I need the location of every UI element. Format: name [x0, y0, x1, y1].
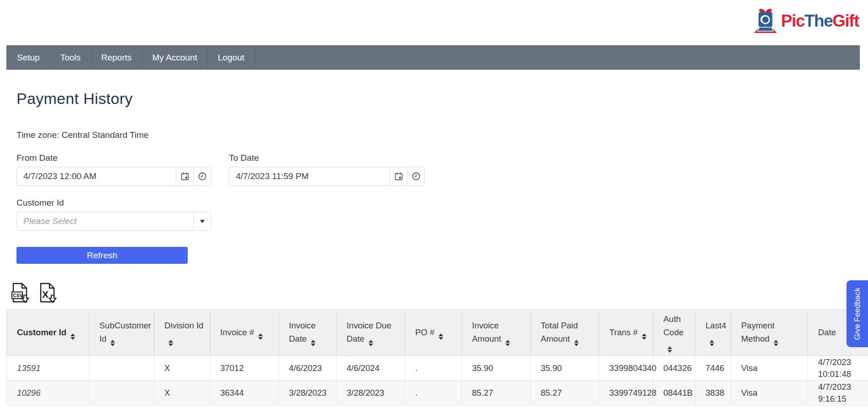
give-feedback-tab[interactable]: Give Feedback — [846, 280, 868, 347]
export-toolbar: CSV X — [9, 282, 58, 305]
table-row: 10296X363443/28/20233/28/2023.85.2785.27… — [7, 381, 868, 405]
column-header-total-paid-amount[interactable]: Total Paid Amount — [531, 310, 599, 356]
cell-division-id: X — [154, 381, 210, 405]
sort-arrows-icon — [71, 333, 75, 340]
brand-name: PicTheGift — [781, 12, 859, 29]
sort-arrows-icon — [439, 333, 443, 340]
cell-po: . — [405, 356, 462, 381]
nav-item-setup[interactable]: Setup — [7, 46, 50, 69]
cell-date: 4/7/2023 10:01:48 — [808, 356, 868, 381]
to-date-label: To Date — [229, 153, 425, 163]
to-date-field: To Date — [229, 153, 425, 186]
main-navbar: Setup Tools Reports My Account Logout — [6, 45, 860, 70]
export-excel-button[interactable]: X — [37, 282, 58, 305]
column-label: Last4 — [705, 321, 726, 330]
customer-id-dropdown-button[interactable] — [193, 212, 211, 230]
from-date-clock-button[interactable] — [193, 167, 211, 185]
sort-arrows-icon — [369, 340, 373, 346]
column-label: PO # — [415, 327, 434, 337]
sort-arrows-icon — [505, 340, 510, 346]
cell-auth-code: 044326 — [653, 356, 695, 381]
column-header-payment-method[interactable]: Payment Method — [731, 310, 808, 356]
column-label: Payment Method — [741, 321, 775, 344]
column-header-division-id[interactable]: Division Id — [154, 310, 210, 356]
column-header-invoice-amount[interactable]: Invoice Amount — [462, 310, 531, 356]
cell-date: 4/7/2023 9:16:15 — [808, 381, 868, 405]
sort-arrows-icon — [642, 333, 646, 340]
column-label: Invoice Amount — [472, 321, 501, 344]
column-header-auth-code[interactable]: Auth Code — [653, 310, 695, 356]
column-header-trans[interactable]: Trans # — [599, 310, 653, 356]
column-header-invoice[interactable]: Invoice # — [210, 310, 279, 356]
column-header-invoice-date[interactable]: Invoice Date — [279, 310, 336, 356]
sort-arrows-icon — [311, 340, 315, 346]
column-label: SubCustomer Id — [99, 321, 151, 344]
column-header-last4[interactable]: Last4 — [695, 310, 731, 356]
cell-division-id: X — [154, 356, 210, 381]
customer-id-input[interactable] — [17, 212, 193, 230]
sort-arrows-icon — [774, 340, 778, 346]
clock-icon — [412, 172, 421, 181]
csv-file-download-icon: CSV — [9, 282, 30, 305]
cell-invoice-due-date: 3/28/2023 — [336, 381, 405, 405]
to-date-clock-button[interactable] — [407, 167, 424, 185]
column-header-po[interactable]: PO # — [405, 310, 462, 356]
table-row: 13591X370124/6/20234/6/2024.35.9035.9033… — [7, 356, 868, 381]
cell-invoice-amount: 85.27 — [462, 381, 531, 405]
cell-invoice: 36344 — [210, 381, 279, 405]
payments-table: Customer IdSubCustomer IdDivision IdInvo… — [6, 310, 868, 405]
column-label: Total Paid Amount — [541, 321, 578, 344]
column-label: Auth Code — [663, 314, 684, 337]
sort-arrows-icon — [110, 340, 115, 346]
gift-box-icon — [753, 7, 778, 34]
table-header-row: Customer IdSubCustomer IdDivision IdInvo… — [7, 310, 868, 356]
cell-total-paid-amount: 35.90 — [531, 356, 599, 381]
from-date-input[interactable] — [17, 167, 176, 185]
export-csv-button[interactable]: CSV — [9, 282, 30, 305]
sort-arrows-icon — [710, 340, 714, 346]
refresh-button[interactable]: Refresh — [16, 247, 188, 264]
nav-item-reports[interactable]: Reports — [91, 46, 142, 69]
sort-arrows-icon — [667, 346, 672, 353]
column-header-subcustomer-id[interactable]: SubCustomer Id — [89, 310, 154, 356]
column-label: Date — [818, 327, 836, 337]
from-date-field: From Date — [16, 153, 211, 186]
chevron-down-icon — [200, 220, 205, 223]
sort-arrows-icon — [168, 340, 173, 346]
cell-subcustomer-id — [89, 381, 154, 405]
customer-id-label: Customer Id — [16, 198, 211, 208]
cell-invoice-date: 4/6/2023 — [279, 356, 336, 381]
svg-text:CSV: CSV — [13, 293, 23, 298]
column-header-customer-id[interactable]: Customer Id — [7, 310, 89, 356]
sort-arrows-icon — [574, 340, 579, 346]
cell-customer-id: 10296 — [7, 381, 89, 405]
cell-payment-method: Visa — [731, 381, 808, 405]
column-label: Customer Id — [17, 327, 66, 337]
svg-text:X: X — [42, 289, 49, 300]
from-date-calendar-button[interactable] — [176, 167, 193, 185]
cell-payment-method: Visa — [731, 356, 808, 381]
cell-customer-id: 13591 — [7, 356, 89, 381]
cell-trans: 3399749128 — [599, 381, 653, 405]
brand-logo[interactable]: PicTheGift — [753, 7, 859, 34]
to-date-input[interactable] — [229, 167, 390, 185]
column-header-invoice-due-date[interactable]: Invoice Due Date — [336, 310, 405, 356]
excel-file-download-icon: X — [37, 282, 58, 305]
cell-subcustomer-id — [89, 356, 154, 381]
customer-id-field: Customer Id — [16, 198, 211, 231]
cell-auth-code: 08441B — [653, 381, 695, 405]
to-date-calendar-button[interactable] — [390, 167, 407, 185]
nav-item-my-account[interactable]: My Account — [142, 46, 208, 69]
calendar-icon — [180, 172, 190, 181]
sort-arrows-icon — [258, 333, 263, 340]
column-label: Trans # — [609, 327, 638, 337]
column-label: Invoice # — [220, 327, 254, 337]
nav-item-logout[interactable]: Logout — [208, 46, 255, 69]
cell-last4: 7446 — [695, 356, 731, 381]
payment-history-page: { "brand": { "parts": ["Pic", "The", "Gi… — [0, 0, 868, 409]
cell-total-paid-amount: 85.27 — [531, 381, 599, 405]
page-title: Payment History — [16, 90, 133, 108]
give-feedback-label: Give Feedback — [853, 288, 862, 340]
nav-item-tools[interactable]: Tools — [50, 46, 91, 69]
column-label: Division Id — [164, 321, 203, 330]
